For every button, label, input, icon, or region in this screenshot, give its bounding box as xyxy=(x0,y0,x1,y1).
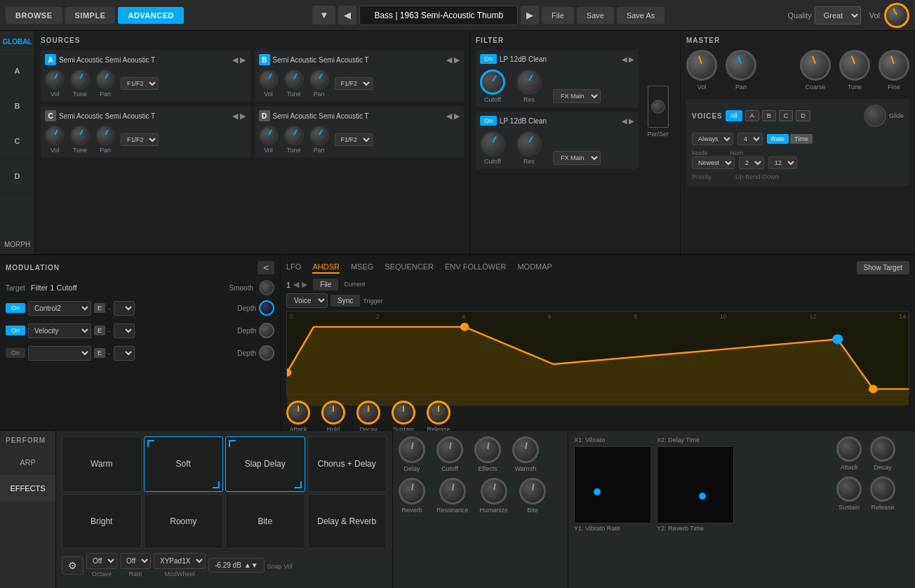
snap-vol-arrow[interactable]: ▲▼ xyxy=(244,561,258,569)
preset-soft[interactable]: Soft xyxy=(144,436,224,492)
f1f2-select-b[interactable]: F1/F2 xyxy=(335,77,373,90)
voice-a-button[interactable]: A xyxy=(745,110,759,121)
master-coarse-knob[interactable] xyxy=(800,50,831,81)
preset-delay-reverb[interactable]: Delay & Reverb xyxy=(307,494,387,549)
priority-select[interactable]: Newest xyxy=(692,156,735,169)
mod1-source-select[interactable]: Control2 xyxy=(28,301,91,316)
preset-dropdown-button[interactable]: ▼ xyxy=(312,6,335,25)
reverb-knob[interactable] xyxy=(399,478,425,505)
voice-all-button[interactable]: All xyxy=(726,110,742,121)
source-arrow-d[interactable]: ◀ ▶ xyxy=(446,112,460,121)
pan-knob-c[interactable] xyxy=(95,126,115,145)
filter1-cutoff-knob[interactable] xyxy=(480,69,505,95)
preset-bite[interactable]: Bite xyxy=(225,494,305,549)
tab-modmap[interactable]: MODMAP xyxy=(517,262,552,274)
vol-knob-d[interactable] xyxy=(259,126,279,145)
save-button[interactable]: Save xyxy=(577,7,614,24)
xy-pad-2[interactable] xyxy=(657,446,734,523)
xy-pad-1[interactable] xyxy=(574,446,651,523)
quality-select[interactable]: Great xyxy=(815,6,861,25)
mod3-depth-knob[interactable] xyxy=(259,345,274,361)
mod3-e-button[interactable]: E xyxy=(94,348,105,358)
tab-env-follower[interactable]: ENV FOLLOWER xyxy=(445,262,506,274)
master-fine-knob[interactable] xyxy=(879,50,909,81)
r-attack-knob[interactable] xyxy=(836,436,862,462)
preset-roomy[interactable]: Roomy xyxy=(144,494,224,549)
voice-b-button[interactable]: B xyxy=(762,110,776,121)
env-next-arrow[interactable]: ▶ xyxy=(302,280,307,289)
vol-knob[interactable] xyxy=(884,3,909,28)
filter2-arrows[interactable]: ◀ ▶ xyxy=(622,117,635,125)
hold-knob[interactable] xyxy=(321,401,345,425)
num3-select[interactable]: 12 xyxy=(768,156,797,169)
r-release-knob[interactable] xyxy=(870,476,895,502)
tab-mseg[interactable]: MSEG xyxy=(351,262,373,274)
decay-knob[interactable] xyxy=(356,401,380,425)
warmth-knob[interactable] xyxy=(512,436,539,463)
filter2-res-knob[interactable] xyxy=(516,131,542,156)
tune-knob-c[interactable] xyxy=(70,126,90,145)
source-arrow-c[interactable]: ◀ ▶ xyxy=(232,112,246,121)
preset-slap-delay[interactable]: Slap Delay xyxy=(225,436,305,492)
master-tune-knob[interactable] xyxy=(839,50,870,81)
humanize-knob[interactable] xyxy=(481,478,507,505)
preset-chorus-delay[interactable]: Chorus + Delay xyxy=(307,436,387,492)
glide-knob[interactable] xyxy=(864,105,886,127)
show-target-button[interactable]: Show Target xyxy=(857,261,909,274)
mod3-on-button[interactable]: On xyxy=(6,348,25,358)
mod1-on-button[interactable]: On xyxy=(6,303,25,313)
voice-c-button[interactable]: C xyxy=(779,110,794,121)
modwheel-select[interactable]: XYPad1X xyxy=(154,553,206,569)
env-sync-button[interactable]: Sync xyxy=(330,295,360,307)
vol-knob-c[interactable] xyxy=(45,126,65,145)
filter2-on-button[interactable]: On xyxy=(480,116,497,126)
mod2-e-button[interactable]: E xyxy=(94,326,105,335)
env-file-button[interactable]: File xyxy=(313,279,338,290)
mod2-extra-select[interactable] xyxy=(114,323,135,338)
mod-smooth-knob[interactable] xyxy=(259,280,274,295)
r-sustain-knob[interactable] xyxy=(836,476,862,502)
advanced-button[interactable]: ADVANCED xyxy=(118,7,184,24)
master-vol-knob[interactable] xyxy=(686,50,717,81)
f1f2-select-c[interactable]: F1/F2 xyxy=(121,133,159,146)
mod-collapse-button[interactable]: < xyxy=(258,261,274,274)
filter1-fx-select[interactable]: FX Main xyxy=(553,89,601,103)
master-pan-knob[interactable] xyxy=(726,50,756,81)
vol-knob-a[interactable] xyxy=(45,69,65,89)
pan-knob-a[interactable] xyxy=(95,69,115,89)
effects-button[interactable]: EFFECTS xyxy=(0,476,55,502)
filter1-on-button[interactable]: On xyxy=(480,54,497,64)
filter1-res-knob[interactable] xyxy=(516,69,542,95)
voice-d-button[interactable]: D xyxy=(796,110,810,121)
file-button[interactable]: File xyxy=(542,7,574,24)
mod2-source-select[interactable]: Velocity xyxy=(28,323,91,338)
tune-knob-a[interactable] xyxy=(70,69,90,89)
r-decay-knob[interactable] xyxy=(870,436,895,462)
browse-button[interactable]: BROWSE xyxy=(6,7,62,24)
par-ser-knob[interactable] xyxy=(651,100,665,114)
num2-select[interactable]: 2 xyxy=(739,156,764,169)
f1f2-select-d[interactable]: F1/F2 xyxy=(335,133,373,146)
delay-knob[interactable] xyxy=(399,436,425,463)
mode-select[interactable]: Always xyxy=(692,133,733,145)
tab-ahdsr[interactable]: AHDSR xyxy=(312,262,340,274)
pan-knob-d[interactable] xyxy=(309,126,329,145)
num-select[interactable]: 4 xyxy=(737,133,763,145)
mod2-depth-knob[interactable] xyxy=(259,323,274,338)
mod1-depth-knob[interactable] xyxy=(259,300,274,316)
cutoff-knob[interactable] xyxy=(436,436,463,463)
resonance-knob[interactable] xyxy=(439,478,466,505)
simple-button[interactable]: SIMPLE xyxy=(65,7,116,24)
f1f2-select-a[interactable]: F1/F2 xyxy=(121,77,159,90)
source-arrow-b[interactable]: ◀ ▶ xyxy=(446,55,460,65)
filter2-fx-select[interactable]: FX Main xyxy=(553,151,601,165)
save-as-button[interactable]: Save As xyxy=(617,7,664,24)
env-voice-select[interactable]: Voice xyxy=(286,293,328,308)
octave-select[interactable]: Off xyxy=(86,553,117,569)
tune-knob-b[interactable] xyxy=(284,69,304,89)
preset-next-button[interactable]: ▶ xyxy=(521,6,539,25)
tune-knob-d[interactable] xyxy=(284,126,304,145)
effects-knob[interactable] xyxy=(474,436,501,463)
mod2-on-button[interactable]: On xyxy=(6,326,25,335)
mod1-extra-select[interactable] xyxy=(114,301,135,316)
